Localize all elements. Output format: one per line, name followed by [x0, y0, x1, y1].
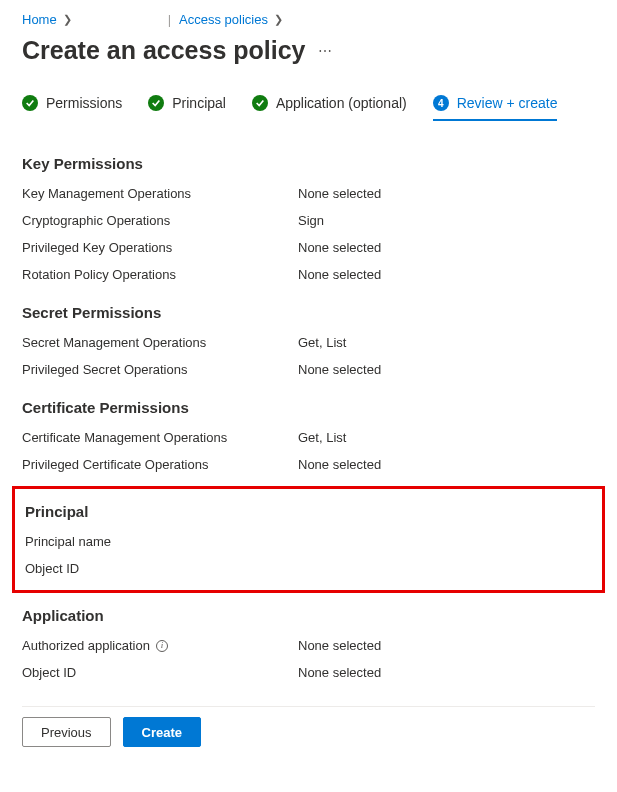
kv-label: Secret Management Operations	[22, 335, 298, 350]
kv-row: Privileged Key Operations None selected	[22, 240, 595, 255]
section-title-principal: Principal	[25, 499, 592, 520]
kv-value: None selected	[298, 240, 381, 255]
create-button[interactable]: Create	[123, 717, 201, 747]
tab-label: Permissions	[46, 95, 122, 111]
check-icon	[148, 95, 164, 111]
secret-permissions-list: Secret Management Operations Get, List P…	[22, 335, 595, 377]
kv-row: Privileged Secret Operations None select…	[22, 362, 595, 377]
page-title: Create an access policy	[22, 36, 306, 65]
kv-row: Authorized application i None selected	[22, 638, 595, 653]
kv-label: Principal name	[25, 534, 301, 549]
tab-principal[interactable]: Principal	[148, 89, 226, 121]
kv-label: Key Management Operations	[22, 186, 298, 201]
principal-highlight-box: Principal Principal name Object ID	[12, 486, 605, 593]
kv-label: Rotation Policy Operations	[22, 267, 298, 282]
kv-label: Certificate Management Operations	[22, 430, 298, 445]
kv-row: Certificate Management Operations Get, L…	[22, 430, 595, 445]
section-title-secret-permissions: Secret Permissions	[22, 300, 595, 321]
kv-value: None selected	[298, 267, 381, 282]
kv-row: Object ID	[25, 561, 592, 576]
kv-row: Rotation Policy Operations None selected	[22, 267, 595, 282]
wizard-tabs: Permissions Principal Application (optio…	[22, 89, 595, 121]
breadcrumb: Home ❯ | Access policies ❯	[22, 8, 595, 30]
breadcrumb-separator: |	[168, 12, 171, 27]
certificate-permissions-list: Certificate Management Operations Get, L…	[22, 430, 595, 472]
tab-application[interactable]: Application (optional)	[252, 89, 407, 121]
tab-review-create[interactable]: 4 Review + create	[433, 89, 558, 121]
kv-label: Object ID	[25, 561, 301, 576]
check-icon	[22, 95, 38, 111]
breadcrumb-home[interactable]: Home	[22, 12, 57, 27]
kv-value: None selected	[298, 665, 381, 680]
kv-row: Object ID None selected	[22, 665, 595, 680]
section-title-certificate-permissions: Certificate Permissions	[22, 395, 595, 416]
kv-label: Object ID	[22, 665, 298, 680]
kv-row: Secret Management Operations Get, List	[22, 335, 595, 350]
kv-value: Sign	[298, 213, 324, 228]
kv-row: Privileged Certificate Operations None s…	[22, 457, 595, 472]
principal-list: Principal name Object ID	[25, 534, 592, 576]
kv-value: Get, List	[298, 430, 346, 445]
kv-label: Privileged Certificate Operations	[22, 457, 298, 472]
tab-label: Application (optional)	[276, 95, 407, 111]
check-icon	[252, 95, 268, 111]
footer-actions: Previous Create	[22, 706, 595, 747]
tab-label: Principal	[172, 95, 226, 111]
kv-label: Privileged Key Operations	[22, 240, 298, 255]
kv-value: None selected	[298, 638, 381, 653]
kv-row: Key Management Operations None selected	[22, 186, 595, 201]
kv-value: None selected	[298, 186, 381, 201]
tab-permissions[interactable]: Permissions	[22, 89, 122, 121]
application-list: Authorized application i None selected O…	[22, 638, 595, 680]
step-number-icon: 4	[433, 95, 449, 111]
tab-label: Review + create	[457, 95, 558, 111]
kv-value: None selected	[298, 362, 381, 377]
kv-value: Get, List	[298, 335, 346, 350]
previous-button[interactable]: Previous	[22, 717, 111, 747]
chevron-right-icon: ❯	[274, 13, 283, 26]
key-permissions-list: Key Management Operations None selected …	[22, 186, 595, 282]
kv-label-text: Authorized application	[22, 638, 150, 653]
section-title-application: Application	[22, 603, 595, 624]
kv-label: Cryptographic Operations	[22, 213, 298, 228]
chevron-right-icon: ❯	[63, 13, 72, 26]
kv-value: None selected	[298, 457, 381, 472]
section-title-key-permissions: Key Permissions	[22, 151, 595, 172]
kv-label: Privileged Secret Operations	[22, 362, 298, 377]
info-icon[interactable]: i	[156, 640, 168, 652]
kv-row: Principal name	[25, 534, 592, 549]
kv-row: Cryptographic Operations Sign	[22, 213, 595, 228]
breadcrumb-access-policies[interactable]: Access policies	[179, 12, 268, 27]
more-icon[interactable]: ⋯	[318, 43, 333, 59]
kv-label: Authorized application i	[22, 638, 298, 653]
page-title-row: Create an access policy ⋯	[22, 36, 595, 65]
